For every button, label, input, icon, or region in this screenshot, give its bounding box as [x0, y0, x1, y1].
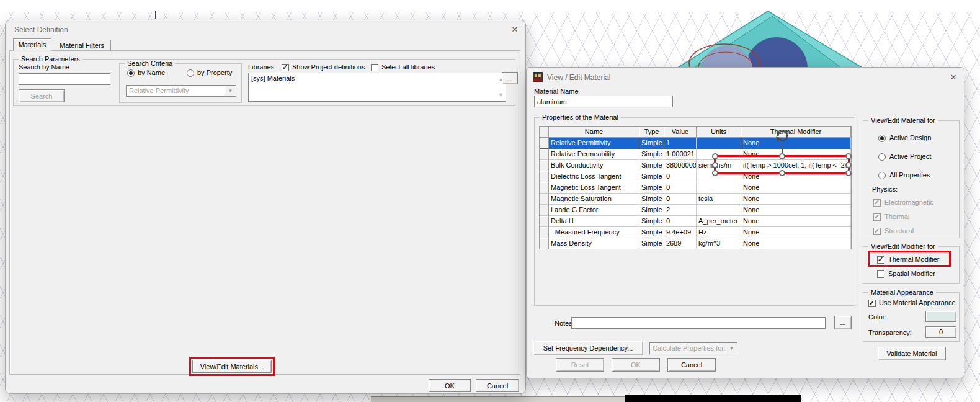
table-cell[interactable]: 0 [664, 216, 697, 227]
row-selector[interactable] [540, 238, 549, 249]
spatial-modifier-checkbox[interactable] [877, 270, 884, 278]
table-cell[interactable]: None [741, 238, 851, 249]
resize-handle[interactable] [845, 170, 852, 176]
table-cell[interactable]: Dielectric Loss Tangent [549, 171, 639, 182]
row-selector[interactable] [540, 182, 549, 194]
row-selector[interactable] [540, 138, 549, 149]
table-cell[interactable]: 2 [664, 205, 697, 216]
table-row[interactable]: Magnetic SaturationSimple0teslaNone [540, 194, 851, 205]
color-swatch[interactable] [925, 311, 956, 322]
table-cell[interactable] [697, 138, 741, 149]
libraries-listbox[interactable]: [sys] Materials ▲ ▼ [248, 73, 506, 102]
column-header-units[interactable]: Units [697, 127, 741, 138]
by-property-label[interactable]: by Property [197, 69, 232, 76]
resize-handle[interactable] [712, 153, 718, 159]
transparency-button[interactable]: 0 [925, 326, 956, 338]
by-name-label[interactable]: by Name [138, 69, 165, 76]
resize-handle[interactable] [845, 162, 852, 168]
table-cell[interactable]: Lande G Factor [549, 205, 639, 216]
table-cell[interactable]: Simple [639, 149, 664, 160]
resize-handle[interactable] [779, 153, 785, 159]
table-cell[interactable]: None [741, 138, 851, 149]
table-cell[interactable]: None [741, 182, 851, 194]
active-project-radio[interactable] [878, 153, 886, 161]
search-button[interactable]: Search [19, 89, 65, 102]
table-cell[interactable]: Simple [639, 138, 664, 149]
table-cell[interactable]: Simple [639, 194, 664, 205]
chevron-down-icon[interactable]: ▼ [225, 86, 236, 96]
column-header-thermal-modifier[interactable]: Thermal Modifier [741, 127, 851, 138]
material-name-input[interactable]: aluminum [534, 96, 673, 107]
table-cell[interactable]: Simple [639, 227, 664, 238]
show-project-definitions-checkbox[interactable] [282, 64, 289, 71]
validate-material-button[interactable]: Validate Material [878, 347, 946, 360]
ok-button[interactable]: OK [612, 358, 660, 372]
show-project-definitions-label[interactable]: Show Project definitions [292, 63, 365, 71]
table-cell[interactable]: Hz [697, 227, 741, 238]
table-row[interactable]: Lande G FactorSimple2None [540, 205, 851, 216]
electromagnetic-checkbox[interactable] [873, 199, 881, 207]
table-cell[interactable]: 38000000 [664, 160, 697, 171]
table-row[interactable]: Delta HSimple0A_per_meterNone [540, 216, 851, 227]
spatial-modifier-label[interactable]: Spatial Modifier [888, 270, 935, 277]
select-all-libraries-checkbox[interactable] [371, 64, 378, 71]
table-cell[interactable]: Bulk Conductivity [549, 160, 639, 171]
property-dropdown[interactable]: Relative Permittivity ▼ [126, 85, 236, 97]
table-row[interactable]: Magnetic Loss TangentSimple0None [540, 182, 851, 194]
active-project-label[interactable]: Active Project [889, 153, 931, 160]
table-cell[interactable]: 2689 [664, 238, 697, 249]
table-cell[interactable]: Simple [639, 205, 664, 216]
row-selector-header[interactable] [540, 127, 549, 138]
cancel-button[interactable]: Cancel [667, 358, 716, 372]
active-design-radio[interactable] [878, 135, 886, 142]
all-properties-label[interactable]: All Properties [889, 171, 930, 179]
thermal-modifier-annotation[interactable] [714, 155, 850, 174]
by-name-radio[interactable] [127, 69, 135, 77]
rotate-handle-icon[interactable] [775, 128, 790, 143]
cancel-button[interactable]: Cancel [476, 379, 519, 392]
structural-checkbox[interactable] [873, 228, 881, 235]
table-cell[interactable]: Relative Permittivity [549, 138, 639, 149]
table-cell[interactable]: 0 [664, 182, 697, 194]
search-name-input[interactable] [19, 73, 110, 85]
close-icon[interactable]: ✕ [509, 24, 520, 35]
row-selector[interactable] [540, 205, 549, 216]
table-row[interactable]: Relative PermittivitySimple1None [540, 138, 851, 149]
table-cell[interactable]: 9.4e+09 [664, 227, 697, 238]
libraries-browse-button[interactable]: ... [502, 72, 518, 84]
calculate-properties-dropdown[interactable]: Calculate Properties for: ▼ [649, 342, 737, 354]
chevron-down-icon[interactable]: ▼ [726, 343, 737, 354]
table-cell[interactable]: kg/m^3 [697, 238, 741, 249]
row-selector[interactable] [540, 149, 549, 160]
library-list-item[interactable]: [sys] Materials [251, 74, 295, 82]
ok-button[interactable]: OK [429, 379, 471, 392]
row-selector[interactable] [540, 160, 549, 171]
row-selector[interactable] [540, 194, 549, 205]
table-cell[interactable]: 0 [664, 194, 697, 205]
table-row[interactable]: Mass DensitySimple2689kg/m^3None [540, 238, 851, 249]
column-header-value[interactable]: Value [664, 127, 697, 138]
table-cell[interactable]: 1.000021 [664, 149, 697, 160]
table-cell[interactable]: Simple [639, 182, 664, 194]
resize-handle[interactable] [712, 162, 718, 168]
table-cell[interactable]: None [741, 216, 851, 227]
table-cell[interactable]: Mass Density [549, 238, 639, 249]
resize-handle[interactable] [845, 153, 852, 159]
table-cell[interactable] [697, 182, 741, 194]
resize-handle[interactable] [712, 170, 718, 176]
row-selector[interactable] [540, 216, 549, 227]
table-cell[interactable]: Simple [639, 171, 664, 182]
close-icon[interactable]: ✕ [948, 72, 959, 83]
table-cell[interactable]: Simple [639, 160, 664, 171]
tab-material-filters[interactable]: Material Filters [53, 40, 111, 51]
column-header-name[interactable]: Name [549, 127, 639, 138]
table-cell[interactable]: Delta H [549, 216, 639, 227]
row-selector[interactable] [540, 171, 549, 182]
table-cell[interactable]: None [741, 227, 851, 238]
table-cell[interactable]: - Measured Frequency [549, 227, 639, 238]
table-cell[interactable]: Simple [639, 238, 664, 249]
all-properties-radio[interactable] [878, 172, 886, 179]
view-edit-materials-button[interactable]: View/Edit Materials... [192, 360, 272, 373]
column-header-type[interactable]: Type [639, 127, 664, 138]
table-row[interactable]: - Measured FrequencySimple9.4e+09HzNone [540, 227, 851, 238]
